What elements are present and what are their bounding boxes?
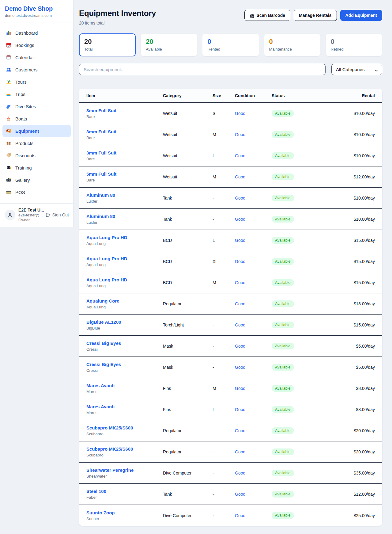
scan-barcode-button[interactable]: Scan Barcode bbox=[244, 10, 290, 21]
cell-status: Available bbox=[272, 322, 338, 329]
page-title: Equipment Inventory bbox=[79, 9, 156, 18]
item-link[interactable]: Aqualung Core bbox=[86, 298, 119, 303]
item-link[interactable]: Mares Avanti bbox=[86, 404, 115, 409]
condition-link[interactable]: Good bbox=[235, 280, 245, 285]
stat-card-available[interactable]: 20Available bbox=[141, 33, 197, 56]
item-link[interactable]: Aqua Lung Pro HD bbox=[86, 277, 127, 282]
stat-card-maintenance[interactable]: 0Maintenance bbox=[264, 33, 321, 56]
equipment-table: ItemCategorySizeConditionStatusRental 3m… bbox=[79, 89, 382, 526]
sidebar-item-equipment[interactable]: Equipment bbox=[2, 125, 71, 137]
item-link[interactable]: Suunto Zoop bbox=[86, 510, 115, 515]
item-link[interactable]: Cressi Big Eyes bbox=[86, 362, 121, 367]
cell-rental: $10.00/day bbox=[338, 196, 375, 200]
sidebar-item-gallery[interactable]: Gallery bbox=[2, 174, 71, 186]
cell-rental: $12.00/day bbox=[338, 174, 375, 179]
stat-card-rented[interactable]: 0Rented bbox=[202, 33, 259, 56]
sidebar-item-calendar[interactable]: Calendar bbox=[2, 51, 71, 63]
item-link[interactable]: Steel 100 bbox=[86, 489, 106, 494]
condition-link[interactable]: Good bbox=[235, 322, 245, 327]
item-link[interactable]: BigBlue AL1200 bbox=[86, 319, 121, 325]
cell-size: L bbox=[213, 407, 235, 412]
stat-card-retired[interactable]: 0Retired bbox=[326, 33, 382, 56]
item-link[interactable]: Aqua Lung Pro HD bbox=[86, 256, 127, 261]
item-link[interactable]: 3mm Full Suit bbox=[86, 108, 116, 113]
cell-condition: Good bbox=[235, 449, 272, 454]
chevron-down-icon bbox=[375, 68, 378, 71]
stat-card-total[interactable]: 20Total bbox=[79, 33, 136, 56]
condition-link[interactable]: Good bbox=[235, 132, 245, 137]
condition-link[interactable]: Good bbox=[235, 513, 245, 518]
sidebar-item-label: Dashboard bbox=[15, 30, 38, 36]
sidebar-item-products[interactable]: Products bbox=[2, 137, 71, 149]
sidebar-item-boats[interactable]: Boats bbox=[2, 113, 71, 125]
condition-link[interactable]: Good bbox=[235, 111, 245, 116]
condition-link[interactable]: Good bbox=[235, 174, 245, 179]
sidebar-item-dive-sites[interactable]: Dive Sites bbox=[2, 100, 71, 113]
item-link[interactable]: 3mm Full Suit bbox=[86, 150, 116, 155]
cell-condition: Good bbox=[235, 301, 272, 306]
qr-code-icon bbox=[250, 13, 254, 18]
stats-row: 20Total20Available0Rented0Maintenance0Re… bbox=[79, 33, 382, 56]
category-select[interactable]: All Categories bbox=[331, 64, 382, 75]
condition-link[interactable]: Good bbox=[235, 428, 245, 433]
cell-status: Available bbox=[272, 491, 338, 498]
item-link[interactable]: Aqua Lung Pro HD bbox=[86, 235, 127, 240]
item-link[interactable]: Cressi Big Eyes bbox=[86, 341, 121, 346]
cell-item: Suunto ZoopSuunto bbox=[86, 510, 163, 521]
condition-link[interactable]: Good bbox=[235, 344, 245, 349]
svg-text:17: 17 bbox=[7, 45, 10, 47]
condition-link[interactable]: Good bbox=[235, 365, 245, 370]
condition-link[interactable]: Good bbox=[235, 217, 245, 222]
cell-status: Available bbox=[272, 152, 338, 159]
condition-link[interactable]: Good bbox=[235, 492, 245, 497]
sidebar-item-discounts[interactable]: Discounts bbox=[2, 149, 71, 162]
condition-link[interactable]: Good bbox=[235, 153, 245, 158]
status-badge: Available bbox=[272, 300, 294, 307]
cell-condition: Good bbox=[235, 513, 272, 518]
sidebar-item-bookings[interactable]: 17Bookings bbox=[2, 39, 71, 51]
item-link[interactable]: Aluminum 80 bbox=[86, 193, 115, 198]
package-icon bbox=[6, 140, 11, 146]
condition-link[interactable]: Good bbox=[235, 471, 245, 475]
condition-link[interactable]: Good bbox=[235, 196, 245, 200]
item-link[interactable]: Scubapro MK25/S600 bbox=[86, 425, 133, 430]
brand-name[interactable]: Demo Dive Shop bbox=[5, 5, 68, 12]
sidebar-item-tours[interactable]: Tours bbox=[2, 76, 71, 88]
condition-link[interactable]: Good bbox=[235, 259, 245, 264]
item-brand: Aqua Lung bbox=[86, 241, 163, 246]
cell-size: M bbox=[213, 132, 235, 137]
condition-link[interactable]: Good bbox=[235, 386, 245, 391]
condition-link[interactable]: Good bbox=[235, 407, 245, 412]
item-link[interactable]: Aluminum 80 bbox=[86, 214, 115, 219]
sidebar-item-label: Products bbox=[15, 141, 33, 146]
sidebar-item-label: Training bbox=[15, 165, 32, 170]
cell-item: Mares AvantiMares bbox=[86, 404, 163, 415]
sidebar-item-customers[interactable]: Customers bbox=[2, 63, 71, 76]
add-equipment-button[interactable]: Add Equipment bbox=[340, 10, 382, 21]
sidebar-item-pos[interactable]: POS bbox=[2, 186, 71, 198]
item-link[interactable]: Mares Avanti bbox=[86, 383, 115, 388]
cell-category: Wetsuit bbox=[163, 174, 213, 179]
manage-rentals-button[interactable]: Manage Rentals bbox=[294, 10, 337, 21]
condition-link[interactable]: Good bbox=[235, 449, 245, 454]
customers-icon bbox=[6, 67, 11, 72]
item-brand: BigBlue bbox=[86, 326, 163, 330]
condition-link[interactable]: Good bbox=[235, 238, 245, 243]
item-link[interactable]: Scubapro MK25/S600 bbox=[86, 446, 133, 452]
search-input[interactable] bbox=[79, 64, 326, 75]
items-total-count: 20 items total bbox=[79, 21, 156, 25]
stat-label: Total bbox=[84, 47, 130, 51]
calendar-pad-icon bbox=[6, 55, 11, 60]
island-icon bbox=[6, 79, 11, 85]
condition-link[interactable]: Good bbox=[235, 301, 245, 306]
sign-out-button[interactable]: Sign Out bbox=[45, 212, 69, 218]
sidebar-item-trips[interactable]: Trips bbox=[2, 88, 71, 100]
user-name: E2E Test U... bbox=[18, 208, 42, 212]
cell-status: Available bbox=[272, 385, 338, 392]
sidebar-item-training[interactable]: Training bbox=[2, 162, 71, 174]
item-link[interactable]: Shearwater Peregrine bbox=[86, 467, 134, 473]
sidebar-item-dashboard[interactable]: Dashboard bbox=[2, 27, 71, 39]
item-link[interactable]: 5mm Full Suit bbox=[86, 171, 116, 177]
table-row: Shearwater PeregrineShearwaterDive Compu… bbox=[79, 463, 382, 484]
item-link[interactable]: 3mm Full Suit bbox=[86, 129, 116, 134]
